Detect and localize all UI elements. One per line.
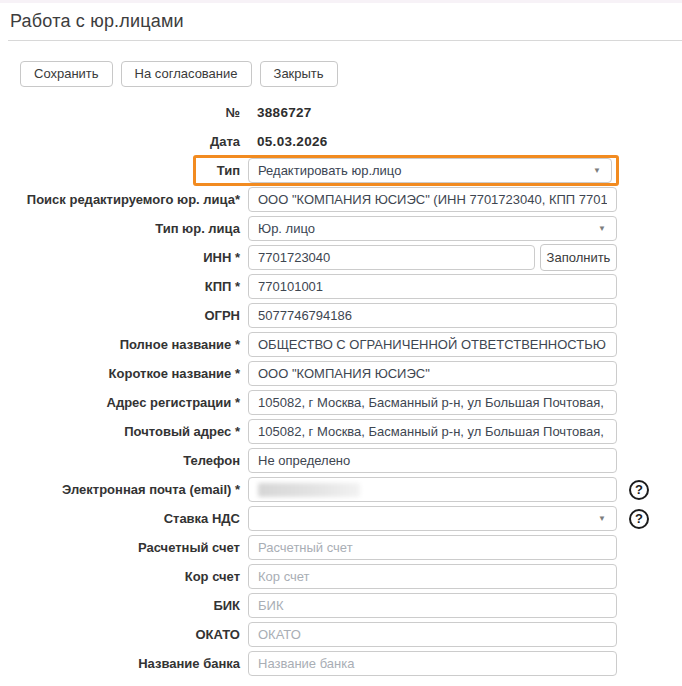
- okato-input[interactable]: [248, 622, 617, 647]
- row-postal-address: Почтовый адрес *: [0, 419, 682, 444]
- type-label: Тип: [0, 163, 248, 178]
- phone-label: Телефон: [0, 453, 248, 468]
- date-value: 05.03.2026: [248, 134, 328, 149]
- toolbar: Сохранить На согласование Закрыть: [20, 61, 682, 87]
- number-label: №: [0, 105, 248, 120]
- inn-input[interactable]: [248, 245, 535, 270]
- inn-label: ИНН *: [0, 250, 248, 265]
- row-ogrn: ОГРН: [0, 303, 682, 328]
- kpp-label: КПП *: [0, 279, 248, 294]
- settlement-account-input[interactable]: [248, 535, 617, 560]
- legal-entity-form: № 3886727 Дата 05.03.2026 Тип Редактиров…: [0, 100, 682, 676]
- row-bik: БИК: [0, 593, 682, 618]
- row-full-name: Полное название *: [0, 332, 682, 357]
- number-value: 3886727: [248, 105, 312, 120]
- phone-input[interactable]: [248, 448, 617, 473]
- bik-label: БИК: [0, 598, 248, 613]
- chevron-down-icon: ▼: [598, 515, 606, 523]
- full-name-input[interactable]: [248, 332, 617, 357]
- page-title: Работа с юр.лицами: [10, 9, 682, 33]
- entity-search-input[interactable]: [248, 187, 617, 212]
- row-vat-rate: Ставка НДС ▼ ?: [0, 506, 682, 531]
- row-bank-name: Название банка: [0, 651, 682, 676]
- postal-address-label: Почтовый адрес *: [0, 424, 248, 439]
- ogrn-input[interactable]: [248, 303, 617, 328]
- bank-name-label: Название банка: [0, 656, 248, 671]
- corr-account-label: Кор счет: [0, 569, 248, 584]
- row-registration-address: Адрес регистрации *: [0, 390, 682, 415]
- registration-address-label: Адрес регистрации *: [0, 395, 248, 410]
- short-name-label: Короткое название *: [0, 366, 248, 381]
- postal-address-input[interactable]: [248, 419, 617, 444]
- type-select-value: Редактировать юр.лицо: [258, 163, 401, 178]
- vat-rate-label: Ставка НДС: [0, 511, 248, 526]
- email-input[interactable]: [248, 477, 617, 502]
- row-inn: ИНН * Заполнить: [0, 245, 682, 270]
- fill-button[interactable]: Заполнить: [540, 244, 617, 271]
- okato-label: ОКАТО: [0, 627, 248, 642]
- corr-account-input[interactable]: [248, 564, 617, 589]
- row-email: Электронная почта (email) * ?: [0, 477, 682, 502]
- full-name-label: Полное название *: [0, 337, 248, 352]
- row-corr-account: Кор счет: [0, 564, 682, 589]
- row-number: № 3886727: [0, 100, 682, 125]
- date-label: Дата: [0, 134, 248, 149]
- entity-type-select[interactable]: Юр. лицо ▼: [248, 216, 617, 241]
- registration-address-input[interactable]: [248, 390, 617, 415]
- row-settlement-account: Расчетный счет: [0, 535, 682, 560]
- redacted-email-value: [258, 483, 360, 497]
- row-okato: ОКАТО: [0, 622, 682, 647]
- row-type: Тип Редактировать юр.лицо ▼: [0, 158, 682, 183]
- row-entity-search: Поиск редактируемого юр. лица*: [0, 187, 682, 212]
- row-phone: Телефон: [0, 448, 682, 473]
- top-accent-strip: [0, 0, 682, 3]
- help-icon[interactable]: ?: [629, 480, 649, 500]
- type-select[interactable]: Редактировать юр.лицо ▼: [248, 158, 612, 183]
- help-icon[interactable]: ?: [629, 509, 649, 529]
- save-button[interactable]: Сохранить: [20, 61, 113, 87]
- row-date: Дата 05.03.2026: [0, 129, 682, 154]
- send-to-approval-button[interactable]: На согласование: [121, 61, 252, 87]
- chevron-down-icon: ▼: [598, 225, 606, 233]
- entity-type-label: Тип юр. лица: [0, 221, 248, 236]
- row-kpp: КПП *: [0, 274, 682, 299]
- email-label: Электронная почта (email) *: [0, 482, 248, 497]
- entity-search-label: Поиск редактируемого юр. лица*: [0, 192, 248, 207]
- row-entity-type: Тип юр. лица Юр. лицо ▼: [0, 216, 682, 241]
- entity-type-select-value: Юр. лицо: [258, 221, 315, 236]
- close-button[interactable]: Закрыть: [260, 61, 338, 87]
- bik-input[interactable]: [248, 593, 617, 618]
- title-divider: [8, 40, 682, 41]
- kpp-input[interactable]: [248, 274, 617, 299]
- ogrn-label: ОГРН: [0, 308, 248, 323]
- vat-rate-select[interactable]: ▼: [248, 506, 617, 531]
- bank-name-input[interactable]: [248, 651, 617, 676]
- row-short-name: Короткое название *: [0, 361, 682, 386]
- chevron-down-icon: ▼: [593, 167, 601, 175]
- short-name-input[interactable]: [248, 361, 617, 386]
- settlement-account-label: Расчетный счет: [0, 540, 248, 555]
